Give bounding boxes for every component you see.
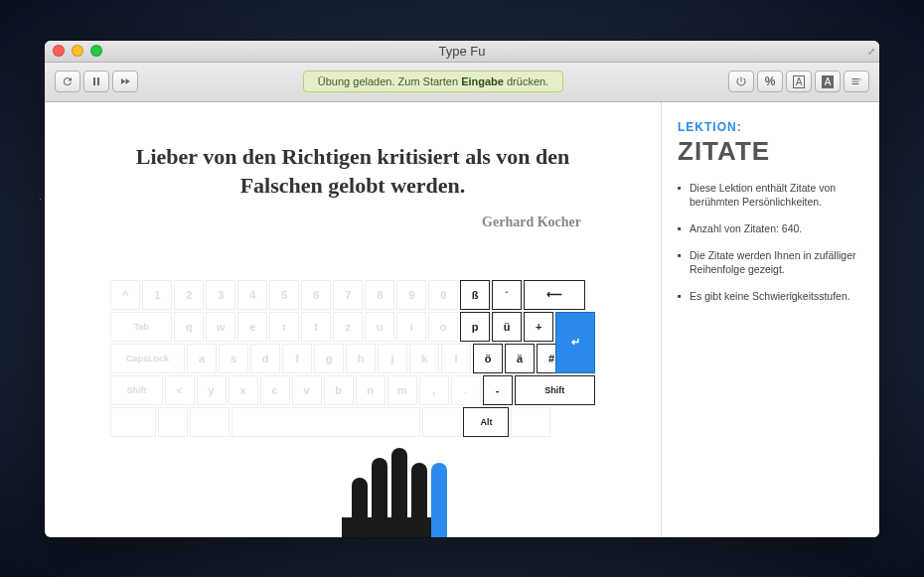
key-Shift[interactable]: Shift — [110, 375, 162, 405]
titlebar[interactable]: Type Fu ⤢ — [45, 41, 879, 63]
keyboard-row: ^1234567890ß´⟵ — [110, 280, 595, 310]
key-l[interactable]: l — [441, 344, 471, 373]
key-j[interactable]: j — [378, 344, 407, 373]
key-i[interactable]: i — [396, 312, 426, 342]
key-8[interactable]: 8 — [365, 280, 394, 310]
key-z[interactable]: z — [333, 312, 363, 342]
key-6[interactable]: 6 — [301, 280, 331, 310]
key-s[interactable]: s — [219, 344, 248, 373]
keyboard-row: Shift<yxcvbnm,.-Shift — [110, 375, 595, 405]
key-+[interactable]: + — [524, 312, 553, 342]
key-3[interactable]: 3 — [206, 280, 235, 310]
forward-button[interactable] — [112, 71, 138, 92]
key-ö[interactable]: ö — [473, 344, 503, 373]
forward-icon — [119, 75, 131, 87]
key-y[interactable]: y — [197, 375, 227, 405]
window-title: Type Fu — [45, 44, 879, 59]
key-blank[interactable] — [231, 407, 420, 437]
key-ü[interactable]: ü — [492, 312, 522, 342]
key-u[interactable]: u — [365, 312, 394, 342]
key-x[interactable]: x — [229, 375, 258, 405]
key-t[interactable]: t — [301, 312, 331, 342]
key-e[interactable]: e — [237, 312, 267, 342]
key-5[interactable]: 5 — [269, 280, 299, 310]
status-suffix: drücken. — [504, 75, 548, 87]
key-r[interactable]: r — [269, 312, 299, 342]
key-4[interactable]: 4 — [237, 280, 267, 310]
keyboard-row: CapsLockasdfghjklöä# — [110, 344, 595, 373]
resize-handle-icon[interactable]: ⤢ — [867, 46, 875, 57]
lesson-label: LEKTION: — [678, 120, 863, 134]
key-o[interactable]: o — [428, 312, 458, 342]
svg-rect-2 — [391, 448, 407, 537]
quote-author: Gerhard Kocher — [75, 215, 631, 230]
main-area: Lieber von den Richtigen kritisiert als … — [45, 102, 661, 537]
quote-text: Lieber von den Richtigen kritisiert als … — [75, 132, 631, 201]
key-blank[interactable] — [190, 407, 230, 437]
key-n[interactable]: n — [356, 375, 385, 405]
key-blank[interactable] — [158, 407, 188, 437]
svg-rect-0 — [352, 478, 368, 537]
svg-rect-1 — [372, 458, 387, 537]
keyboard: ^1234567890ß´⟵Tabqwertzuiopü+↵CapsLockas… — [110, 280, 595, 437]
percent-button[interactable]: % — [757, 71, 783, 92]
pause-button[interactable] — [83, 71, 109, 92]
key-9[interactable]: 9 — [396, 280, 426, 310]
svg-rect-4 — [342, 517, 436, 537]
menu-button[interactable] — [844, 71, 869, 92]
key-w[interactable]: w — [206, 312, 235, 342]
refresh-button[interactable] — [55, 71, 80, 92]
key-2[interactable]: 2 — [174, 280, 204, 310]
lesson-bullet: Anzahl von Zitaten: 640. — [678, 221, 863, 236]
key-p[interactable]: p — [460, 312, 490, 342]
key-d[interactable]: d — [250, 344, 280, 373]
key-m[interactable]: m — [387, 375, 417, 405]
toolbar: Übung geladen. Zum Starten Eingabe drück… — [45, 63, 879, 102]
keyboard-row: Tabqwertzuiopü+↵ — [110, 312, 595, 342]
menu-icon — [850, 75, 862, 87]
key-Alt[interactable]: Alt — [463, 407, 509, 437]
lesson-bullet: Es gibt keine Schwierigkeitsstufen. — [678, 289, 863, 304]
lesson-bullet: Diese Lektion enthält Zitate von berühmt… — [678, 181, 863, 210]
app-window: Type Fu ⤢ Übung geladen. Zum Starten Ein… — [45, 41, 879, 537]
status-message: Übung geladen. Zum Starten Eingabe drück… — [303, 71, 563, 92]
key-Tab[interactable]: Tab — [110, 312, 172, 342]
lesson-title: ZITATE — [678, 136, 863, 167]
hand-graphic — [332, 428, 471, 537]
key-c[interactable]: c — [260, 375, 290, 405]
power-icon — [735, 75, 747, 87]
key-0[interactable]: 0 — [428, 280, 458, 310]
keyboard-outline-button[interactable]: A — [786, 71, 812, 92]
key-´[interactable]: ´ — [492, 280, 522, 310]
key-f[interactable]: f — [282, 344, 312, 373]
key-k[interactable]: k — [409, 344, 439, 373]
key-q[interactable]: q — [174, 312, 204, 342]
key-a[interactable]: a — [187, 344, 217, 373]
key-CapsLock[interactable]: CapsLock — [110, 344, 185, 373]
key-b[interactable]: b — [324, 375, 354, 405]
key-v[interactable]: v — [292, 375, 322, 405]
key-^[interactable]: ^ — [110, 280, 140, 310]
key-h[interactable]: h — [346, 344, 376, 373]
power-button[interactable] — [728, 71, 754, 92]
key-↵[interactable]: ↵ — [555, 312, 595, 373]
key-blank[interactable] — [422, 407, 462, 437]
key-,[interactable]: , — [419, 375, 449, 405]
key-.[interactable]: . — [451, 375, 481, 405]
key-<[interactable]: < — [165, 375, 195, 405]
key-1[interactable]: 1 — [142, 280, 172, 310]
key-ä[interactable]: ä — [505, 344, 535, 373]
key--[interactable]: - — [483, 375, 513, 405]
key-g[interactable]: g — [314, 344, 344, 373]
percent-icon: % — [765, 74, 776, 88]
pause-icon — [90, 75, 102, 87]
key-ß[interactable]: ß — [460, 280, 490, 310]
key-blank[interactable] — [511, 407, 550, 437]
refresh-icon — [62, 75, 74, 87]
key-7[interactable]: 7 — [333, 280, 363, 310]
svg-rect-3 — [411, 463, 427, 537]
key-blank[interactable] — [110, 407, 156, 437]
key-Shift[interactable]: Shift — [515, 375, 595, 405]
keyboard-filled-button[interactable]: A — [815, 71, 841, 92]
key-⟵[interactable]: ⟵ — [524, 280, 585, 310]
